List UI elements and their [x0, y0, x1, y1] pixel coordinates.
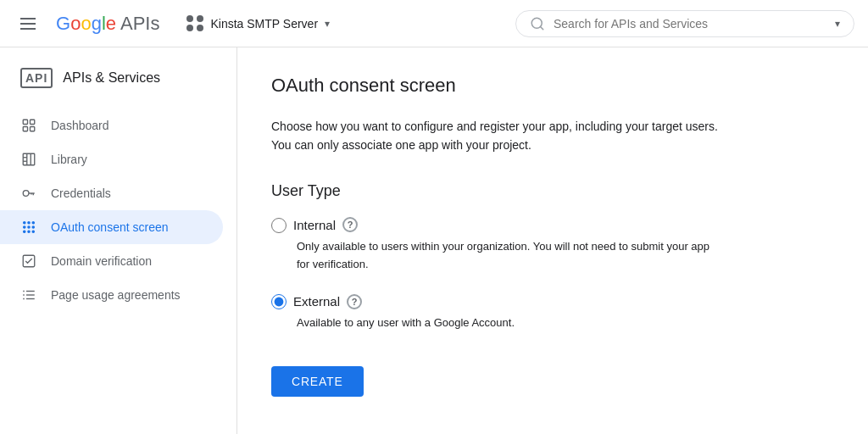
sidebar-item-credentials[interactable]: Credentials	[0, 176, 223, 210]
create-button[interactable]: CREATE	[271, 366, 364, 397]
top-nav: Google APIs Kinsta SMTP Server ▾ ▾	[0, 0, 868, 47]
svg-rect-5	[31, 127, 35, 131]
api-badge: API	[20, 68, 53, 88]
project-dots-icon	[186, 15, 203, 32]
sidebar-item-library[interactable]: Library	[0, 142, 223, 176]
radio-internal-label: Internal	[293, 218, 336, 232]
apis-text: APIs	[120, 13, 159, 35]
svg-point-21	[24, 231, 25, 232]
sidebar-item-oauth[interactable]: OAuth consent screen	[0, 210, 223, 244]
svg-point-17	[32, 222, 34, 224]
search-dropdown-arrow-icon: ▾	[835, 18, 840, 30]
svg-point-23	[32, 231, 34, 232]
sidebar-item-label: Domain verification	[51, 254, 152, 268]
sidebar-item-domain[interactable]: Domain verification	[0, 244, 223, 278]
radio-option-internal: Internal ? Only available to users withi…	[271, 217, 834, 287]
grid-icon	[20, 117, 37, 134]
external-description: Available to any user with a Google Acco…	[297, 314, 515, 332]
sidebar-nav: Dashboard Library	[0, 108, 236, 312]
search-bar[interactable]: ▾	[515, 10, 854, 37]
list-icon	[20, 287, 37, 303]
description-text: Choose how you want to configure and reg…	[271, 117, 729, 155]
svg-point-16	[28, 222, 30, 224]
search-input[interactable]	[554, 17, 828, 31]
google-apis-logo[interactable]: Google APIs	[56, 13, 159, 35]
sidebar-item-label: Library	[51, 153, 87, 166]
library-icon	[20, 151, 37, 168]
user-type-title: User Type	[271, 182, 834, 200]
sidebar-title: APIs & Services	[63, 70, 160, 86]
svg-point-15	[24, 222, 25, 224]
hamburger-menu-button[interactable]	[14, 11, 42, 36]
svg-rect-4	[23, 127, 27, 131]
svg-line-1	[540, 26, 542, 29]
svg-point-19	[28, 226, 30, 228]
sidebar-item-label: Page usage agreements	[51, 288, 181, 302]
sidebar-item-label: OAuth consent screen	[51, 220, 169, 234]
svg-rect-2	[23, 120, 27, 124]
radio-internal[interactable]	[271, 218, 287, 233]
sidebar-item-label: Dashboard	[51, 119, 109, 132]
sidebar-item-dashboard[interactable]: Dashboard	[0, 108, 223, 142]
radio-external[interactable]	[271, 294, 287, 309]
svg-rect-3	[31, 120, 35, 124]
radio-option-external: External ? Available to any user with a …	[271, 293, 834, 346]
svg-point-22	[28, 231, 30, 232]
key-icon	[20, 185, 37, 202]
dots-grid-icon	[20, 219, 37, 236]
project-selector[interactable]: Kinsta SMTP Server ▾	[180, 12, 337, 36]
page-title: OAuth consent screen	[271, 75, 834, 97]
sidebar-header: API APIs & Services	[0, 54, 236, 102]
sidebar-item-label: Credentials	[51, 186, 111, 200]
internal-description: Only available to users within your orga…	[297, 238, 721, 274]
project-dropdown-arrow-icon: ▾	[325, 18, 330, 30]
svg-point-20	[32, 226, 34, 228]
internal-help-icon[interactable]: ?	[342, 217, 358, 232]
radio-external-label: External	[293, 294, 340, 309]
project-name: Kinsta SMTP Server	[210, 17, 318, 31]
svg-rect-6	[23, 153, 35, 165]
sidebar-item-page-usage[interactable]: Page usage agreements	[0, 278, 223, 312]
checkbox-icon	[20, 253, 37, 270]
svg-point-18	[24, 226, 25, 228]
main-content: OAuth consent screen Choose how you want…	[237, 47, 868, 434]
app-layout: API APIs & Services Dashboard	[0, 47, 868, 434]
search-icon	[530, 16, 545, 31]
sidebar: API APIs & Services Dashboard	[0, 47, 237, 434]
svg-point-11	[23, 191, 29, 197]
external-help-icon[interactable]: ?	[347, 294, 362, 309]
